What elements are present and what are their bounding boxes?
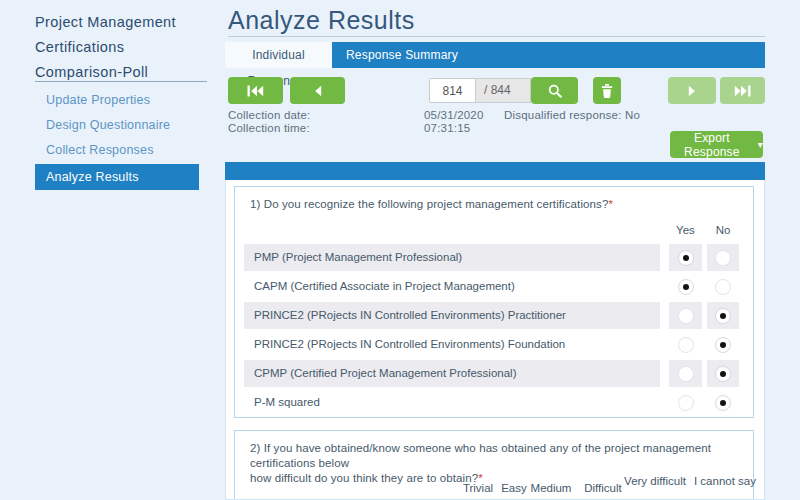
- chevron-left-icon: [314, 85, 322, 97]
- radio-yes-selected[interactable]: [678, 279, 694, 295]
- certification-row: PRINCE2 (PRojects IN Controlled Environm…: [244, 302, 739, 329]
- export-response-label: Export Response: [670, 131, 754, 159]
- questionnaire-header-bar: [225, 162, 765, 180]
- certification-row: P-M squared: [244, 389, 739, 416]
- tab-response-summary[interactable]: Response Summary: [332, 42, 458, 68]
- sidebar-divider: [35, 81, 207, 82]
- required-mark: *: [608, 198, 613, 210]
- question-1-title: 1) Do you recognize the following projec…: [250, 198, 613, 210]
- disqualified-response-label: Disqualified response: No: [504, 109, 640, 121]
- certification-row: CAPM (Certified Associate in Project Man…: [244, 273, 739, 300]
- answer-cell-no: [707, 244, 739, 271]
- sidebar-item-analyze-results[interactable]: Analyze Results: [35, 164, 199, 190]
- difficulty-header-very-difficult: Very difficult: [623, 475, 687, 489]
- certification-row: PRINCE2 (PRojects IN Controlled Environm…: [244, 331, 739, 358]
- certification-label: P-M squared: [244, 389, 660, 416]
- answer-cell-yes: [669, 302, 702, 329]
- answer-cell-yes: [669, 244, 702, 271]
- column-header-yes: Yes: [669, 224, 702, 236]
- certification-row: PMP (Project Management Professional): [244, 244, 739, 271]
- column-header-no: No: [707, 224, 739, 236]
- last-response-button[interactable]: [720, 77, 765, 104]
- radio-yes[interactable]: [678, 337, 694, 353]
- certification-rows: PMP (Project Management Professional)CAP…: [244, 244, 739, 418]
- answer-cell-yes: [669, 331, 702, 358]
- radio-no[interactable]: [715, 250, 731, 266]
- radio-no-selected[interactable]: [715, 395, 731, 411]
- answer-cell-no: [707, 360, 739, 387]
- search-icon: [548, 84, 562, 98]
- app-window: Project Management Certifications Compar…: [0, 0, 800, 500]
- answer-cell-no: [707, 302, 739, 329]
- next-response-button[interactable]: [668, 77, 716, 104]
- answer-cell-no: [707, 273, 739, 300]
- response-total-label: / 844: [476, 78, 531, 103]
- radio-yes[interactable]: [678, 366, 694, 382]
- tab-bar: Individual Responses Response Summary: [225, 42, 765, 68]
- collection-time-label: Collection time:: [228, 122, 310, 134]
- response-number-input[interactable]: [429, 78, 476, 103]
- tab-individual-responses[interactable]: Individual Responses: [225, 42, 332, 68]
- question-1-box: 1) Do you recognize the following projec…: [234, 186, 754, 418]
- previous-response-button[interactable]: [290, 77, 345, 104]
- first-response-button[interactable]: [228, 77, 283, 104]
- question-2-box: 2) If you have obtained/know someone who…: [234, 430, 754, 500]
- title-divider: [228, 36, 765, 37]
- answer-cell-yes: [669, 389, 702, 416]
- delete-response-button[interactable]: [593, 77, 621, 104]
- radio-yes[interactable]: [678, 308, 694, 324]
- certification-label: PMP (Project Management Professional): [244, 244, 660, 271]
- skip-first-icon: [247, 85, 264, 97]
- answer-cell-yes: [669, 273, 702, 300]
- chevron-down-icon: ▾: [758, 140, 763, 150]
- export-response-button[interactable]: Export Response ▾: [670, 131, 763, 158]
- answer-cell-yes: [669, 360, 702, 387]
- collection-time-value: 07:31:15: [424, 122, 470, 134]
- radio-no[interactable]: [715, 279, 731, 295]
- difficulty-header-i-cannot-say: I cannot say: [693, 475, 757, 489]
- answer-cell-no: [707, 331, 739, 358]
- radio-no-selected[interactable]: [715, 337, 731, 353]
- answer-cell-no: [707, 389, 739, 416]
- certification-label: CPMP (Certified Project Management Profe…: [244, 360, 660, 387]
- radio-yes[interactable]: [678, 395, 694, 411]
- sidebar-item-design-questionnaire[interactable]: Design Questionnaire: [35, 113, 199, 138]
- certification-label: PRINCE2 (PRojects IN Controlled Environm…: [244, 331, 660, 358]
- radio-no-selected[interactable]: [715, 308, 731, 324]
- collection-date-label: Collection date:: [228, 109, 310, 121]
- certification-label: CAPM (Certified Associate in Project Man…: [244, 273, 660, 300]
- sidebar-item-collect-responses[interactable]: Collect Responses: [35, 138, 199, 163]
- poll-title: Project Management Certifications Compar…: [35, 10, 211, 85]
- go-to-response-button[interactable]: [531, 77, 578, 104]
- certification-row: CPMP (Certified Project Management Profe…: [244, 360, 739, 387]
- chevron-right-icon: [688, 85, 696, 97]
- trash-icon: [601, 84, 613, 98]
- sidebar-item-update-properties[interactable]: Update Properties: [35, 88, 199, 113]
- radio-no-selected[interactable]: [715, 366, 731, 382]
- skip-last-icon: [734, 85, 751, 97]
- certification-label: PRINCE2 (PRojects IN Controlled Environm…: [244, 302, 660, 329]
- response-panel: 1) Do you recognize the following projec…: [225, 180, 765, 500]
- page-title: Analyze Results: [228, 6, 415, 35]
- radio-yes-selected[interactable]: [678, 250, 694, 266]
- collection-date-value: 05/31/2020: [424, 109, 484, 121]
